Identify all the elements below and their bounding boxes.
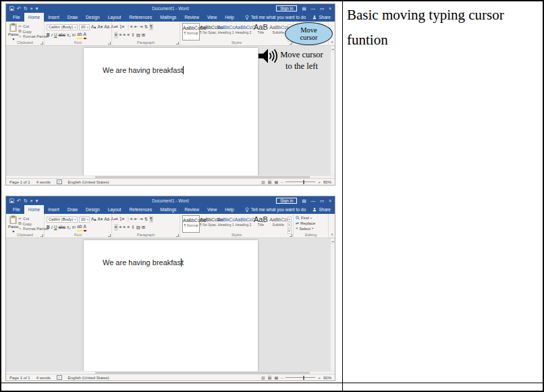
share-button[interactable]: Share <box>312 15 331 20</box>
style-normal[interactable]: AaBbCcDc ¶ Normal <box>182 215 200 233</box>
save-icon[interactable] <box>9 6 14 11</box>
tab-draw[interactable]: Draw <box>63 13 82 22</box>
decrease-indent-icon[interactable]: ⇤ <box>134 24 138 30</box>
web-layout-icon[interactable]: ▦ <box>274 375 278 380</box>
scroll-up-icon[interactable]: ▲ <box>331 238 335 244</box>
multilevel-list-icon[interactable]: ⋮≡ <box>126 216 133 223</box>
tab-layout[interactable]: Layout <box>104 13 126 22</box>
touch-mode-icon[interactable]: ⌖ <box>30 6 33 11</box>
zoom-percentage[interactable]: 90% <box>323 376 331 380</box>
print-layout-icon[interactable]: ▤ <box>268 375 272 380</box>
proofing-icon[interactable]: ✓ <box>57 375 62 380</box>
sort-icon[interactable]: ⇅ <box>144 216 148 223</box>
read-mode-icon[interactable]: ▥ <box>261 375 265 380</box>
styles-dialog-launcher[interactable] <box>290 42 292 45</box>
page-count[interactable]: Page 1 of 1 <box>9 180 30 184</box>
decrease-indent-icon[interactable]: ⇤ <box>134 216 138 223</box>
style-no-spacing[interactable]: AaBbCcDc ¶ No Spac... <box>200 23 217 40</box>
align-center-icon[interactable]: ≡ <box>119 224 122 231</box>
tab-file[interactable]: File <box>9 13 24 22</box>
font-size-combobox[interactable]: 20▾ <box>79 24 90 30</box>
tell-me-box[interactable]: Tell me what you want to do <box>245 13 306 22</box>
tab-home[interactable]: Home <box>24 13 45 22</box>
show-hide-pilcrow-icon[interactable]: ¶ <box>149 216 153 223</box>
justify-icon[interactable]: ≡ <box>127 32 130 38</box>
strikethrough-button[interactable]: abc <box>59 32 65 38</box>
styles-scroll-down-icon[interactable]: ▾ <box>288 223 292 228</box>
horizontal-scroll-thumb[interactable] <box>95 176 310 178</box>
font-size-combobox[interactable]: 20▾ <box>79 217 90 223</box>
shading-icon[interactable]: ▨ <box>136 224 140 231</box>
share-button[interactable]: Share <box>312 207 331 212</box>
minimize-icon[interactable]: — <box>311 5 316 11</box>
bold-button[interactable]: B <box>47 32 50 38</box>
document-text[interactable]: We are having breakfast <box>84 48 258 74</box>
align-left-icon[interactable]: ≡ <box>114 32 118 38</box>
style-heading1[interactable]: AaBbCc Heading 1 <box>217 23 235 40</box>
grow-font-icon[interactable]: A▴ <box>91 24 97 30</box>
show-hide-pilcrow-icon[interactable]: ¶ <box>149 24 153 30</box>
text-highlight-icon[interactable]: ab <box>77 223 82 231</box>
align-center-icon[interactable]: ≡ <box>119 32 122 38</box>
find-button[interactable]: Find▾ <box>296 216 327 220</box>
language-status[interactable]: English (United States) <box>68 376 109 380</box>
text-highlight-icon[interactable]: ab <box>77 31 82 39</box>
tab-mailings[interactable]: Mailings <box>156 13 180 22</box>
bold-button[interactable]: B <box>47 224 50 231</box>
multilevel-list-icon[interactable]: ⋮≡ <box>126 24 133 30</box>
tell-me-box[interactable]: Tell me what you want to do <box>245 205 306 214</box>
tab-references[interactable]: References <box>125 13 156 22</box>
increase-indent-icon[interactable]: ⇥ <box>139 216 142 223</box>
increase-indent-icon[interactable]: ⇥ <box>139 24 142 30</box>
style-title[interactable]: AaB Title <box>252 23 269 40</box>
collapse-ribbon-icon[interactable]: ∧ <box>331 232 333 236</box>
touch-mode-icon[interactable]: ⌖ <box>30 198 33 203</box>
align-right-icon[interactable]: ≡ <box>124 32 126 38</box>
align-right-icon[interactable]: ≡ <box>124 224 126 231</box>
tab-view[interactable]: View <box>203 13 221 22</box>
clipboard-dialog-launcher[interactable] <box>40 234 43 237</box>
borders-icon[interactable]: ⊞ <box>142 224 145 231</box>
read-mode-icon[interactable]: ▥ <box>261 179 265 184</box>
numbering-icon[interactable]: 1≡ <box>119 24 124 30</box>
print-layout-icon[interactable]: ▤ <box>268 179 272 184</box>
select-button[interactable]: ⌖ Select▾ <box>296 226 327 231</box>
numbering-icon[interactable]: 1≡ <box>119 216 124 223</box>
language-status[interactable]: English (United States) <box>68 180 109 184</box>
paste-button[interactable]: Paste ▾ <box>8 215 18 232</box>
font-dialog-launcher[interactable] <box>108 234 111 237</box>
scroll-up-icon[interactable]: ▲ <box>331 46 335 51</box>
horizontal-scroll-thumb[interactable] <box>95 372 310 374</box>
line-spacing-icon[interactable]: ⇕ <box>131 32 134 38</box>
undo-icon[interactable]: ↶ <box>17 6 21 11</box>
paste-button[interactable]: Paste ▾ <box>8 23 18 40</box>
sign-in-button[interactable]: Sign in <box>276 5 297 11</box>
font-color-icon[interactable]: A <box>84 31 86 39</box>
italic-button[interactable]: I <box>51 224 53 231</box>
zoom-out-icon[interactable]: – <box>281 180 283 184</box>
font-name-combobox[interactable]: Calibri (Body)▾ <box>47 24 78 30</box>
tab-view[interactable]: View <box>203 205 221 214</box>
tab-design[interactable]: Design <box>82 205 104 214</box>
tab-insert[interactable]: Insert <box>44 205 63 214</box>
ribbon-display-options-icon[interactable]: ▤ <box>302 198 306 204</box>
tab-review[interactable]: Review <box>180 205 203 214</box>
document-page[interactable]: We are having breakfast <box>84 240 258 371</box>
tab-home[interactable]: Home <box>24 205 45 214</box>
font-dialog-launcher[interactable] <box>108 42 111 45</box>
proofing-icon[interactable]: ✓ <box>57 179 62 184</box>
change-case-icon[interactable]: Aa <box>104 216 109 223</box>
paragraph-dialog-launcher[interactable] <box>176 234 179 237</box>
tab-help[interactable]: Help <box>221 13 238 22</box>
web-layout-icon[interactable]: ▦ <box>274 179 278 184</box>
style-title[interactable]: AaB Title <box>252 215 269 233</box>
zoom-slider[interactable] <box>285 181 315 182</box>
styles-dialog-launcher[interactable] <box>290 234 292 237</box>
styles-gallery-scroll[interactable]: ▴ ▾ ≡ <box>287 215 292 232</box>
paragraph-dialog-launcher[interactable] <box>176 42 179 45</box>
grow-font-icon[interactable]: A▴ <box>91 216 97 223</box>
shrink-font-icon[interactable]: A▾ <box>98 216 103 223</box>
minimize-icon[interactable]: — <box>311 198 316 204</box>
collapse-ribbon-icon[interactable]: ∧ <box>331 40 333 44</box>
tab-help[interactable]: Help <box>221 205 238 214</box>
